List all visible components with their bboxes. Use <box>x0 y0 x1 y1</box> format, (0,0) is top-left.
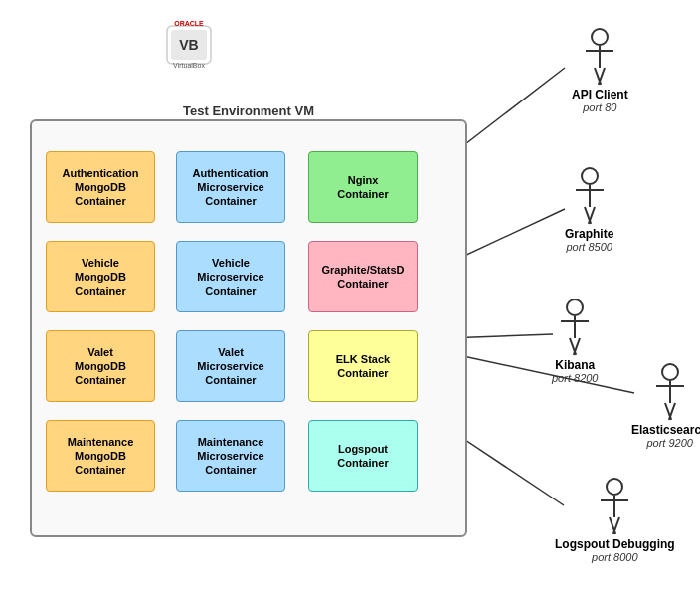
elasticsearch-label: Elasticsearch <box>631 423 700 437</box>
nginx-container: NginxContainer <box>308 151 418 223</box>
kibana-arms <box>561 320 589 322</box>
kibana-head <box>566 299 584 316</box>
valet-micro-container: ValetMicroserviceContainer <box>176 330 285 402</box>
elasticsearch-body <box>669 381 671 403</box>
logspout-debug-stick <box>606 478 623 535</box>
elk-container: ELK StackContainer <box>308 330 418 402</box>
elasticsearch-figure: Elasticsearch port 9200 <box>631 363 700 449</box>
kibana-figure: Kibana port 8200 <box>552 299 598 384</box>
api-client-legs <box>594 68 606 86</box>
diagram: VB ORACLE VirtualBox Test Environment VM… <box>0 0 700 598</box>
graphite-container: Graphite/StatsDContainer <box>308 241 418 312</box>
kibana-stick <box>566 299 584 356</box>
api-client-label: API Client <box>572 88 628 101</box>
vehicle-micro-container: VehicleMicroserviceContainer <box>176 241 285 312</box>
graphite-stick <box>581 167 599 225</box>
elasticsearch-stick <box>661 363 679 421</box>
graphite-body <box>589 185 591 207</box>
svg-text:VirtualBox: VirtualBox <box>173 62 205 69</box>
graphite-port: port 8500 <box>566 241 612 253</box>
vm-box: Test Environment VM AuthenticationMongoD… <box>30 119 467 537</box>
logspout-container: LogspoutContainer <box>308 420 418 492</box>
virtualbox-logo: VB ORACLE VirtualBox <box>154 18 224 88</box>
logspout-debug-legs <box>609 517 620 535</box>
vm-label: Test Environment VM <box>183 103 314 118</box>
kibana-body <box>574 316 576 338</box>
api-client-head <box>591 28 609 46</box>
logspout-debug-figure: Logspout Debugging port 8000 <box>555 478 675 563</box>
kibana-label: Kibana <box>555 358 595 372</box>
api-client-stick <box>591 28 609 86</box>
elasticsearch-port: port 9200 <box>646 437 692 449</box>
valet-mongo-container: ValetMongoDBContainer <box>46 330 155 402</box>
kibana-legs <box>569 338 581 356</box>
api-client-figure: API Client port 80 <box>572 28 628 113</box>
svg-text:ORACLE: ORACLE <box>174 20 204 27</box>
auth-mongo-container: AuthenticationMongoDBContainer <box>46 151 155 223</box>
elasticsearch-legs <box>664 403 676 421</box>
svg-line-5 <box>449 353 634 393</box>
kibana-port: port 8200 <box>552 372 598 384</box>
maintenance-micro-container: MaintenanceMicroserviceContainer <box>176 420 285 492</box>
svg-text:VB: VB <box>179 37 198 53</box>
logspout-debug-label: Logspout Debugging <box>555 537 675 551</box>
logspout-debug-head <box>606 478 623 496</box>
logspout-debug-body <box>613 496 615 517</box>
api-client-arms <box>586 50 613 52</box>
auth-micro-container: AuthenticationMicroserviceContainer <box>176 151 285 223</box>
graphite-legs <box>584 207 596 225</box>
graphite-head <box>581 167 599 185</box>
graphite-figure: Graphite port 8500 <box>565 167 613 253</box>
elasticsearch-arms <box>656 385 684 387</box>
maintenance-mongo-container: MaintenanceMongoDBContainer <box>46 420 155 492</box>
vehicle-mongo-container: VehicleMongoDBContainer <box>46 241 155 312</box>
logspout-debug-port: port 8000 <box>592 551 637 563</box>
api-client-port: port 80 <box>583 101 616 113</box>
elasticsearch-head <box>661 363 679 381</box>
logspout-debug-arms <box>601 499 628 501</box>
api-client-body <box>599 46 601 68</box>
graphite-label: Graphite <box>565 227 613 241</box>
graphite-arms <box>576 189 604 191</box>
